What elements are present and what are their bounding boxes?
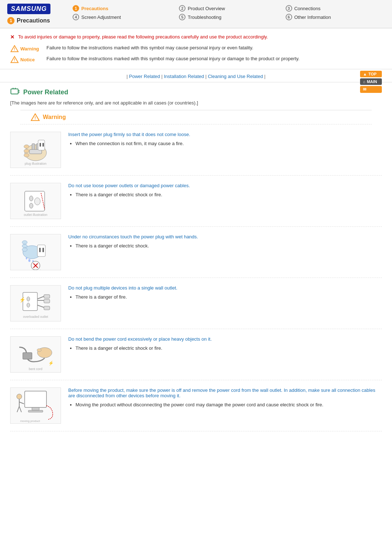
moving-product-illustration: moving product xyxy=(12,387,59,424)
installation-related-link[interactable]: Installation Related xyxy=(164,74,204,79)
svg-rect-48 xyxy=(44,295,50,298)
svg-point-20 xyxy=(24,145,29,148)
svg-rect-17 xyxy=(42,143,44,147)
logo-area: SAMSUNG 1 Precautions xyxy=(7,4,65,24)
warning-item-6-bullet-0: Moving the product without disconnecting… xyxy=(75,402,382,407)
warning-item-4-title: Do not plug multiple devices into a sing… xyxy=(68,285,382,291)
svg-text:⚡: ⚡ xyxy=(48,360,54,366)
nav-grid: 1 Precautions 2 Product Overview 3 Conne… xyxy=(73,4,385,20)
warning-item-3-title: Under no circumstances touch the power p… xyxy=(68,234,382,239)
nav-item-connections[interactable]: 3 Connections xyxy=(286,5,385,12)
warning-item-5-img: ⚡ bent cord xyxy=(10,336,61,373)
svg-line-64 xyxy=(17,406,19,412)
current-nav-label: Precautions xyxy=(17,17,50,24)
main-button[interactable]: ⌂ MAIN xyxy=(360,78,382,85)
wet-hands-illustration: wet hands xyxy=(12,234,59,270)
links-separator-4: | xyxy=(264,74,265,79)
top-button[interactable]: ▲ TOP xyxy=(360,71,382,77)
warning-item-5-bullets: There is a danger of electric shock or f… xyxy=(68,345,382,351)
svg-rect-53 xyxy=(23,353,32,359)
warning-heading: ! Warning xyxy=(20,110,372,124)
warning-triangle-icon: ! xyxy=(10,45,19,52)
symbol-warning: ! Warning xyxy=(10,45,39,52)
nav-num-2: 2 xyxy=(179,5,185,12)
header: SAMSUNG 1 Precautions 1 Precautions 2 Pr… xyxy=(0,0,392,28)
x-icon: ✕ xyxy=(10,34,16,40)
multiple-plug-illustration: ⚡ overloaded outlet xyxy=(12,285,59,321)
warning-section: ! Warning xyxy=(0,110,392,124)
svg-point-24 xyxy=(29,203,33,208)
svg-text:moving product: moving product xyxy=(20,419,40,423)
power-section-heading: Power Related xyxy=(23,89,68,96)
warning-item-2-content: Do not use loose power outlets or damage… xyxy=(68,183,382,199)
nav-item-precautions[interactable]: 1 Precautions xyxy=(73,5,172,12)
warning-item-1-title: Insert the power plug firmly so that it … xyxy=(68,132,382,137)
warning-item-4-bullets: There is a danger of fire. xyxy=(68,294,382,300)
svg-rect-34 xyxy=(42,248,44,252)
warning-item-1-bullets: When the connection is not firm, it may … xyxy=(68,141,382,146)
nav-num-3: 3 xyxy=(286,5,292,12)
warning-item-6-img: moving product xyxy=(10,387,61,424)
symbol-notice: ! Notice xyxy=(10,56,39,63)
svg-text:wet hands: wet hands xyxy=(29,269,42,270)
warning-item-3-bullet-0: There is a danger of electric shock. xyxy=(75,243,382,249)
warning-item-5-content: Do not bend the power cord excessively o… xyxy=(68,336,382,352)
warning-heading-label: Warning xyxy=(43,114,66,120)
power-svg-icon xyxy=(10,87,20,95)
svg-point-25 xyxy=(34,198,40,205)
warning-item-1-content: Insert the power plug firmly so that it … xyxy=(68,132,382,148)
nav-item-other-info[interactable]: 6 Other Information xyxy=(286,14,385,20)
svg-rect-59 xyxy=(32,407,39,410)
svg-text:!: ! xyxy=(14,58,15,62)
svg-point-18 xyxy=(24,153,29,157)
nav-label-5: Troubleshooting xyxy=(188,15,221,20)
svg-point-23 xyxy=(29,196,33,201)
svg-point-61 xyxy=(17,394,22,399)
svg-point-30 xyxy=(22,244,27,248)
svg-point-35 xyxy=(28,259,30,262)
notice-triangle-icon: ! xyxy=(10,56,19,63)
warning-item-2-title: Do not use loose power outlets or damage… xyxy=(68,183,382,188)
svg-rect-33 xyxy=(39,248,41,252)
power-related-link[interactable]: Power Related xyxy=(129,74,160,79)
top-button-label: TOP xyxy=(368,72,376,76)
email-button[interactable]: ✉ xyxy=(360,86,382,93)
svg-point-19 xyxy=(24,149,29,153)
svg-point-55 xyxy=(37,349,41,352)
warning-item-3: wet hands Under no circumstances touch t… xyxy=(10,227,382,278)
cleaning-use-related-link[interactable]: Cleaning and Use Related xyxy=(208,74,263,79)
links-bar: | Power Related | Installation Related |… xyxy=(0,69,392,82)
links-separator-3: | xyxy=(205,74,208,79)
warning-item-6: moving product Before moving the product… xyxy=(10,380,382,431)
svg-point-37 xyxy=(26,257,27,259)
warning-desc: Failure to follow the instructions marke… xyxy=(46,45,382,52)
warning-heading-icon: ! xyxy=(30,113,40,121)
nav-label-6: Other Information xyxy=(294,15,331,20)
svg-rect-32 xyxy=(37,245,45,257)
nav-item-troubleshooting[interactable]: 5 Troubleshooting xyxy=(179,14,278,20)
warning-item-6-content: Before moving the product, make sure the… xyxy=(68,387,382,409)
warning-item-4-bullet-0: There is a danger of fire. xyxy=(75,294,382,300)
warning-item-1-bullet-0: When the connection is not firm, it may … xyxy=(75,141,382,146)
svg-text:!: ! xyxy=(34,115,36,120)
svg-rect-58 xyxy=(25,391,46,407)
current-nav-badge: 1 xyxy=(7,17,15,24)
warning-item-2-bullets: There is a danger of electric shock or f… xyxy=(68,192,382,197)
warning-item-2-bullet-0: There is a danger of electric shock or f… xyxy=(75,192,382,197)
links-separator-1: | xyxy=(127,74,129,79)
nav-item-screen-adjustment[interactable]: 4 Screen Adjustment xyxy=(73,14,172,20)
plug-hand-illustration: plug illustration xyxy=(12,133,59,167)
nav-item-product-overview[interactable]: 2 Product Overview xyxy=(179,5,278,12)
nav-label-1: Precautions xyxy=(81,6,108,11)
intro-note: ✕ To avoid injuries or damage to propert… xyxy=(10,34,382,40)
warning-item-4: ⚡ overloaded outlet Do not plug multiple… xyxy=(10,278,382,329)
nav-num-4: 4 xyxy=(73,14,79,20)
warning-item-1-img: plug illustration xyxy=(10,132,61,168)
bent-cord-illustration: ⚡ bent cord xyxy=(12,336,59,373)
intro-section: ✕ To avoid injuries or damage to propert… xyxy=(0,28,392,69)
svg-rect-4 xyxy=(11,89,18,94)
warning-item-3-content: Under no circumstances touch the power p… xyxy=(68,234,382,250)
svg-text:!: ! xyxy=(14,47,15,51)
top-buttons: ▲ TOP ⌂ MAIN ✉ xyxy=(360,71,382,93)
svg-point-29 xyxy=(22,248,27,251)
